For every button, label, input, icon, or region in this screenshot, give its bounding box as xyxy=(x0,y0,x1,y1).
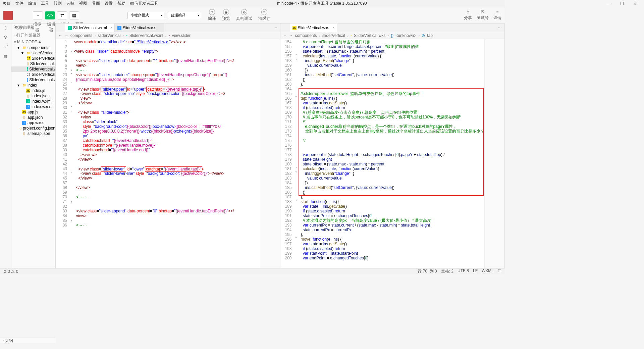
indent[interactable]: 空格: 2 xyxy=(441,268,453,274)
menu-item[interactable]: 设置 xyxy=(105,1,113,6)
encoding[interactable]: UTF-8 xyxy=(458,268,469,274)
tab-wxss[interactable]: ▫SliderVertical.wxss xyxy=(115,23,164,32)
sidebar-title: 资源管理器 xyxy=(14,25,34,31)
eol[interactable]: LF xyxy=(473,268,478,274)
project-section[interactable]: ▾ MINICODE-4 xyxy=(11,39,55,45)
cursor-pos[interactable]: 行 70, 列 3 xyxy=(418,268,437,274)
menu-item[interactable]: 界面 xyxy=(92,1,100,6)
tree-item[interactable]: ▫index.wxml xyxy=(11,99,55,104)
tree-item[interactable]: ▫SliderVertical.wxml xyxy=(11,66,55,72)
menu-item[interactable]: 文件 xyxy=(15,1,23,6)
right-code-area[interactable]: 1541551561571581591601611621631641651661… xyxy=(280,39,505,268)
right-tabs: JSSliderVertical.wxs× ⋯ xyxy=(280,23,505,32)
menubar: 项目 文件 编辑 工具 转到 选择 视图 界面 设置 帮助 微信开发者工具 mi… xyxy=(0,0,505,7)
editors: ▫SliderVertical.wxml× ▫SliderVertical.wx… xyxy=(56,23,505,268)
git-icon[interactable]: ⎇ xyxy=(3,44,8,49)
explorer-icon[interactable]: ▯ xyxy=(4,26,7,30)
open-editors-section[interactable]: › 打开的编辑器 xyxy=(11,32,55,39)
menu-item[interactable]: 帮助 xyxy=(117,1,125,6)
notif-icon[interactable]: ☐ xyxy=(498,268,501,274)
mode-buttons: ▫ </> ⇄ ▦ xyxy=(33,11,79,19)
visual-button[interactable]: ▦ xyxy=(69,11,79,19)
tab-wxs[interactable]: JSSliderVertical.wxs× xyxy=(290,23,337,32)
compile-dropdown[interactable]: 普通编译 xyxy=(168,12,201,19)
mode-dropdown[interactable]: 小程序模式 xyxy=(127,12,164,19)
debugger-button[interactable]: ⇄ xyxy=(57,11,67,19)
left-tabs: ▫SliderVertical.wxml× ▫SliderVertical.wx… xyxy=(56,23,280,32)
tree-item[interactable]: {}app.json xyxy=(11,115,55,120)
left-editor: ▫SliderVertical.wxml× ▫SliderVertical.wx… xyxy=(56,23,280,268)
menu-item[interactable]: 转到 xyxy=(54,1,62,6)
tree-item[interactable]: ▾📁index xyxy=(11,83,55,88)
remote-debug-button[interactable]: ⚙真机调试 xyxy=(236,9,252,21)
tree-item[interactable]: ▾📁components xyxy=(11,45,55,50)
right-breadcrumbs[interactable]: ←→ components› sliderVertical› ▫SliderVe… xyxy=(280,32,505,39)
simulator-button[interactable]: ▫ xyxy=(33,11,43,19)
toolbar: ▫ </> ⇄ ▦ 模拟器 编辑器 调试器 可视化 小程序模式 普通编译 ⟳编译… xyxy=(0,7,505,23)
close-icon[interactable]: × xyxy=(110,26,112,30)
tree-item[interactable]: {}SliderVertical.json xyxy=(11,61,55,66)
tree-item[interactable]: JSindex.js xyxy=(11,88,55,93)
minimap[interactable] xyxy=(484,39,504,268)
preview-button[interactable]: ◉预览 xyxy=(222,9,230,21)
share-button[interactable]: ⇪分享 xyxy=(464,10,472,21)
left-breadcrumbs[interactable]: ←→ components› sliderVertical› ▫SliderVe… xyxy=(56,32,280,39)
window-title: minicode-4 - 微信开发者工具 Stable 1.05.2107090 xyxy=(277,1,367,6)
statusbar: ⊘ 0 ⚠ 0 行 70, 列 3 空格: 2 UTF-8 LF WXML ☐ xyxy=(0,268,505,274)
tree-item[interactable]: {}project.config.json xyxy=(11,126,55,131)
tree-item[interactable]: ▫app.wxss xyxy=(11,120,55,126)
tree-item[interactable]: JSSliderVertical.js xyxy=(11,56,55,61)
ext-icon[interactable]: ▦ xyxy=(4,54,7,58)
right-editor: JSSliderVertical.wxs× ⋯ ←→ components› s… xyxy=(280,23,505,268)
sidebar: 资源管理器⋯ › 打开的编辑器 ▾ MINICODE-4 ▾📁component… xyxy=(11,23,56,268)
file-tree[interactable]: ▾📁components▾📁sliderVerticalJSSliderVert… xyxy=(11,45,55,268)
error-count[interactable]: ⊘ 0 ⚠ 0 xyxy=(3,269,18,274)
clear-cache-button[interactable]: ≡清缓存 xyxy=(258,9,270,21)
tree-item[interactable]: ▫index.wxss xyxy=(11,104,55,109)
avatar[interactable] xyxy=(3,11,13,20)
tree-item[interactable]: JSapp.js xyxy=(11,109,55,115)
search-icon[interactable]: ⚲ xyxy=(4,35,7,40)
details-button[interactable]: ≡详情 xyxy=(493,10,501,21)
menu-item[interactable]: 项目 xyxy=(3,1,11,6)
compile-button[interactable]: ⟳编译 xyxy=(208,9,216,21)
activity-bar: ▯ ⚲ ⎇ ▦ xyxy=(0,23,11,268)
minimap[interactable] xyxy=(260,39,280,268)
tree-item[interactable]: ▾📁sliderVertical xyxy=(11,50,55,56)
tree-item[interactable]: {}index.json xyxy=(11,93,55,99)
close-icon[interactable]: × xyxy=(333,26,335,30)
language[interactable]: WXML xyxy=(482,268,494,274)
tab-more-icon[interactable]: ⋯ xyxy=(273,26,277,30)
tree-item[interactable]: {}sitemap.json xyxy=(11,131,55,136)
tab-more-icon[interactable]: ⋯ xyxy=(498,26,502,30)
menu-item[interactable]: 微信开发者工具 xyxy=(130,1,158,6)
menu-item[interactable]: 视图 xyxy=(79,1,87,6)
menu-item[interactable]: 编辑 xyxy=(28,1,36,6)
tree-item[interactable]: JSSliderVertical.wxs xyxy=(11,72,55,77)
menu-item[interactable]: 选择 xyxy=(66,1,74,6)
menu-item[interactable]: 工具 xyxy=(41,1,49,6)
test-button[interactable]: ⇱测试号 xyxy=(477,10,489,21)
main: ▯ ⚲ ⎇ ▦ 资源管理器⋯ › 打开的编辑器 ▾ MINICODE-4 ▾📁c… xyxy=(0,23,505,268)
tab-wxml[interactable]: ▫SliderVertical.wxml× xyxy=(65,23,115,32)
editor-button[interactable]: </> xyxy=(45,11,55,19)
tree-item[interactable]: ▫SliderVertical.wxss xyxy=(11,77,55,83)
left-code-area[interactable]: 1234567232425262728293031323334353637383… xyxy=(56,39,280,268)
